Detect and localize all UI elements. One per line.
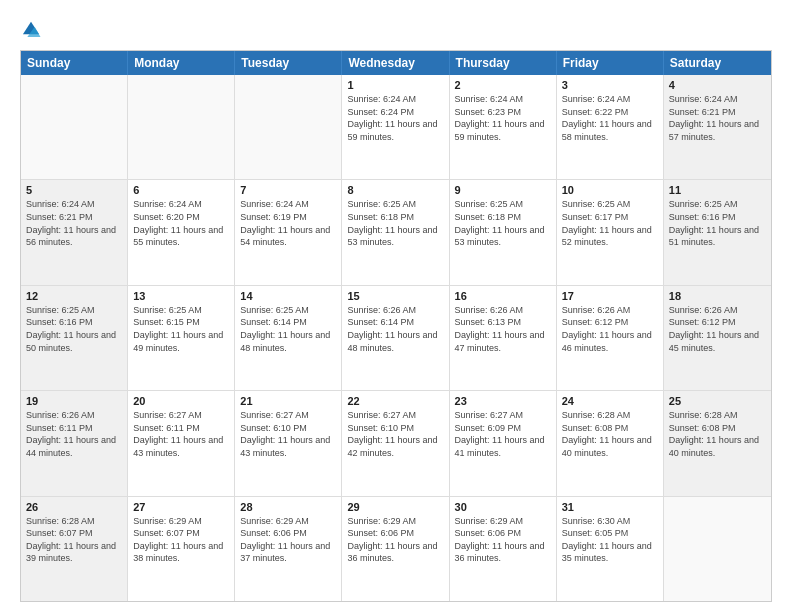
calendar-body: 1Sunrise: 6:24 AM Sunset: 6:24 PM Daylig… xyxy=(21,75,771,601)
calendar-cell: 8Sunrise: 6:25 AM Sunset: 6:18 PM Daylig… xyxy=(342,180,449,284)
day-number: 28 xyxy=(240,501,336,513)
day-number: 14 xyxy=(240,290,336,302)
day-info: Sunrise: 6:29 AM Sunset: 6:06 PM Dayligh… xyxy=(455,515,551,565)
calendar-row: 19Sunrise: 6:26 AM Sunset: 6:11 PM Dayli… xyxy=(21,390,771,495)
calendar-cell: 28Sunrise: 6:29 AM Sunset: 6:06 PM Dayli… xyxy=(235,497,342,601)
weekday-header: Sunday xyxy=(21,51,128,75)
day-number: 18 xyxy=(669,290,766,302)
day-number: 2 xyxy=(455,79,551,91)
calendar-cell: 30Sunrise: 6:29 AM Sunset: 6:06 PM Dayli… xyxy=(450,497,557,601)
day-info: Sunrise: 6:24 AM Sunset: 6:22 PM Dayligh… xyxy=(562,93,658,143)
weekday-header: Monday xyxy=(128,51,235,75)
day-info: Sunrise: 6:25 AM Sunset: 6:14 PM Dayligh… xyxy=(240,304,336,354)
calendar-cell: 26Sunrise: 6:28 AM Sunset: 6:07 PM Dayli… xyxy=(21,497,128,601)
calendar-cell: 27Sunrise: 6:29 AM Sunset: 6:07 PM Dayli… xyxy=(128,497,235,601)
weekday-header: Saturday xyxy=(664,51,771,75)
header xyxy=(20,18,772,40)
day-info: Sunrise: 6:26 AM Sunset: 6:13 PM Dayligh… xyxy=(455,304,551,354)
calendar-cell: 16Sunrise: 6:26 AM Sunset: 6:13 PM Dayli… xyxy=(450,286,557,390)
calendar-cell: 18Sunrise: 6:26 AM Sunset: 6:12 PM Dayli… xyxy=(664,286,771,390)
calendar-cell: 22Sunrise: 6:27 AM Sunset: 6:10 PM Dayli… xyxy=(342,391,449,495)
day-info: Sunrise: 6:24 AM Sunset: 6:19 PM Dayligh… xyxy=(240,198,336,248)
calendar-cell xyxy=(664,497,771,601)
day-number: 22 xyxy=(347,395,443,407)
day-info: Sunrise: 6:24 AM Sunset: 6:21 PM Dayligh… xyxy=(669,93,766,143)
day-info: Sunrise: 6:24 AM Sunset: 6:24 PM Dayligh… xyxy=(347,93,443,143)
calendar-cell: 23Sunrise: 6:27 AM Sunset: 6:09 PM Dayli… xyxy=(450,391,557,495)
day-number: 29 xyxy=(347,501,443,513)
calendar-cell: 2Sunrise: 6:24 AM Sunset: 6:23 PM Daylig… xyxy=(450,75,557,179)
calendar-cell xyxy=(128,75,235,179)
day-number: 21 xyxy=(240,395,336,407)
day-number: 30 xyxy=(455,501,551,513)
day-info: Sunrise: 6:25 AM Sunset: 6:18 PM Dayligh… xyxy=(455,198,551,248)
calendar-cell: 20Sunrise: 6:27 AM Sunset: 6:11 PM Dayli… xyxy=(128,391,235,495)
day-info: Sunrise: 6:26 AM Sunset: 6:14 PM Dayligh… xyxy=(347,304,443,354)
calendar-row: 5Sunrise: 6:24 AM Sunset: 6:21 PM Daylig… xyxy=(21,179,771,284)
calendar-cell xyxy=(235,75,342,179)
day-number: 23 xyxy=(455,395,551,407)
day-info: Sunrise: 6:26 AM Sunset: 6:11 PM Dayligh… xyxy=(26,409,122,459)
calendar-cell: 19Sunrise: 6:26 AM Sunset: 6:11 PM Dayli… xyxy=(21,391,128,495)
day-info: Sunrise: 6:27 AM Sunset: 6:09 PM Dayligh… xyxy=(455,409,551,459)
day-number: 19 xyxy=(26,395,122,407)
page: SundayMondayTuesdayWednesdayThursdayFrid… xyxy=(0,0,792,612)
weekday-header: Wednesday xyxy=(342,51,449,75)
calendar: SundayMondayTuesdayWednesdayThursdayFrid… xyxy=(20,50,772,602)
day-number: 7 xyxy=(240,184,336,196)
calendar-row: 26Sunrise: 6:28 AM Sunset: 6:07 PM Dayli… xyxy=(21,496,771,601)
logo xyxy=(20,18,46,40)
calendar-cell: 17Sunrise: 6:26 AM Sunset: 6:12 PM Dayli… xyxy=(557,286,664,390)
day-info: Sunrise: 6:24 AM Sunset: 6:20 PM Dayligh… xyxy=(133,198,229,248)
calendar-cell: 24Sunrise: 6:28 AM Sunset: 6:08 PM Dayli… xyxy=(557,391,664,495)
logo-icon xyxy=(20,18,42,40)
day-number: 15 xyxy=(347,290,443,302)
calendar-cell: 5Sunrise: 6:24 AM Sunset: 6:21 PM Daylig… xyxy=(21,180,128,284)
calendar-cell: 6Sunrise: 6:24 AM Sunset: 6:20 PM Daylig… xyxy=(128,180,235,284)
calendar-row: 1Sunrise: 6:24 AM Sunset: 6:24 PM Daylig… xyxy=(21,75,771,179)
day-info: Sunrise: 6:25 AM Sunset: 6:17 PM Dayligh… xyxy=(562,198,658,248)
calendar-cell: 12Sunrise: 6:25 AM Sunset: 6:16 PM Dayli… xyxy=(21,286,128,390)
calendar-row: 12Sunrise: 6:25 AM Sunset: 6:16 PM Dayli… xyxy=(21,285,771,390)
day-info: Sunrise: 6:24 AM Sunset: 6:23 PM Dayligh… xyxy=(455,93,551,143)
calendar-cell: 10Sunrise: 6:25 AM Sunset: 6:17 PM Dayli… xyxy=(557,180,664,284)
day-number: 13 xyxy=(133,290,229,302)
day-info: Sunrise: 6:25 AM Sunset: 6:18 PM Dayligh… xyxy=(347,198,443,248)
day-number: 26 xyxy=(26,501,122,513)
calendar-cell: 7Sunrise: 6:24 AM Sunset: 6:19 PM Daylig… xyxy=(235,180,342,284)
calendar-cell: 1Sunrise: 6:24 AM Sunset: 6:24 PM Daylig… xyxy=(342,75,449,179)
calendar-cell: 21Sunrise: 6:27 AM Sunset: 6:10 PM Dayli… xyxy=(235,391,342,495)
day-info: Sunrise: 6:28 AM Sunset: 6:07 PM Dayligh… xyxy=(26,515,122,565)
weekday-header: Tuesday xyxy=(235,51,342,75)
weekday-header: Friday xyxy=(557,51,664,75)
day-number: 17 xyxy=(562,290,658,302)
calendar-header-row: SundayMondayTuesdayWednesdayThursdayFrid… xyxy=(21,51,771,75)
calendar-cell: 29Sunrise: 6:29 AM Sunset: 6:06 PM Dayli… xyxy=(342,497,449,601)
day-number: 6 xyxy=(133,184,229,196)
day-number: 27 xyxy=(133,501,229,513)
day-info: Sunrise: 6:26 AM Sunset: 6:12 PM Dayligh… xyxy=(562,304,658,354)
day-number: 10 xyxy=(562,184,658,196)
day-info: Sunrise: 6:28 AM Sunset: 6:08 PM Dayligh… xyxy=(562,409,658,459)
calendar-cell: 31Sunrise: 6:30 AM Sunset: 6:05 PM Dayli… xyxy=(557,497,664,601)
day-info: Sunrise: 6:27 AM Sunset: 6:11 PM Dayligh… xyxy=(133,409,229,459)
day-number: 11 xyxy=(669,184,766,196)
day-info: Sunrise: 6:24 AM Sunset: 6:21 PM Dayligh… xyxy=(26,198,122,248)
calendar-cell: 3Sunrise: 6:24 AM Sunset: 6:22 PM Daylig… xyxy=(557,75,664,179)
day-number: 3 xyxy=(562,79,658,91)
weekday-header: Thursday xyxy=(450,51,557,75)
calendar-cell: 14Sunrise: 6:25 AM Sunset: 6:14 PM Dayli… xyxy=(235,286,342,390)
day-number: 31 xyxy=(562,501,658,513)
day-info: Sunrise: 6:25 AM Sunset: 6:15 PM Dayligh… xyxy=(133,304,229,354)
day-info: Sunrise: 6:29 AM Sunset: 6:06 PM Dayligh… xyxy=(240,515,336,565)
day-number: 9 xyxy=(455,184,551,196)
calendar-cell: 4Sunrise: 6:24 AM Sunset: 6:21 PM Daylig… xyxy=(664,75,771,179)
calendar-cell: 11Sunrise: 6:25 AM Sunset: 6:16 PM Dayli… xyxy=(664,180,771,284)
calendar-cell xyxy=(21,75,128,179)
day-info: Sunrise: 6:29 AM Sunset: 6:07 PM Dayligh… xyxy=(133,515,229,565)
day-number: 4 xyxy=(669,79,766,91)
day-info: Sunrise: 6:28 AM Sunset: 6:08 PM Dayligh… xyxy=(669,409,766,459)
day-info: Sunrise: 6:27 AM Sunset: 6:10 PM Dayligh… xyxy=(347,409,443,459)
day-number: 20 xyxy=(133,395,229,407)
day-number: 16 xyxy=(455,290,551,302)
